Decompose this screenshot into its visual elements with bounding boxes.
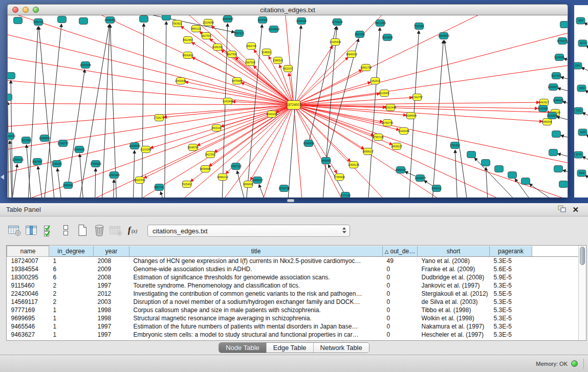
table-cell[interactable]: 2008 xyxy=(94,273,129,281)
graph-node[interactable] xyxy=(58,16,67,23)
table-cell[interactable]: 9465546 xyxy=(7,322,49,331)
graph-node[interactable]: 9227343 xyxy=(551,73,561,79)
graph-node[interactable]: 14569117 xyxy=(391,143,402,150)
graph-node[interactable] xyxy=(554,166,563,172)
table-cell[interactable]: 1997 xyxy=(94,322,129,331)
table-cell[interactable]: 0 xyxy=(383,290,418,298)
graph-node[interactable]: 9699695 xyxy=(321,158,331,164)
table-cell[interactable]: 0 xyxy=(383,281,418,290)
table-cell[interactable]: 0 xyxy=(383,322,418,331)
graph-node[interactable]: 8427552 xyxy=(205,151,215,158)
table-source-selector[interactable]: citations_edges.txt xyxy=(147,225,350,237)
float-panel-button[interactable] xyxy=(555,204,569,215)
table-cell[interactable]: Genome-wide association studies in ADHD. xyxy=(129,265,383,273)
table-cell[interactable]: 19384554 xyxy=(7,265,49,273)
graph-node[interactable]: 12505135 xyxy=(12,157,24,163)
table-cell[interactable]: 2003 xyxy=(94,298,129,306)
splitter-handle[interactable] xyxy=(287,199,294,202)
graph-node[interactable]: 12923448 xyxy=(108,172,120,179)
graph-node[interactable]: 9355724 xyxy=(33,19,43,26)
graph-node[interactable]: 2807 xyxy=(576,17,585,24)
graph-node[interactable]: 8186328 xyxy=(212,44,223,51)
graph-node[interactable]: 8813054 xyxy=(355,31,365,38)
graph-node[interactable]: 6791918 xyxy=(450,142,460,149)
graph-node[interactable]: 8215955 xyxy=(538,105,548,112)
graph-node[interactable]: 12213369 xyxy=(140,146,151,153)
table-mode-button[interactable] xyxy=(6,222,23,240)
table-cell[interactable]: 5.3E-5 xyxy=(490,306,532,314)
graph-node[interactable]: 17957225 xyxy=(230,163,242,170)
graph-node[interactable]: 9875685 xyxy=(232,78,242,84)
graph-node[interactable]: 1588520 xyxy=(273,57,283,64)
graph-node[interactable]: 2718176 xyxy=(154,115,164,121)
table-cell[interactable]: Wolkin et al. (1998) xyxy=(418,314,490,322)
graph-node[interactable]: 9146821 xyxy=(262,49,272,56)
graph-node[interactable]: 8454749 xyxy=(246,43,256,50)
graph-node[interactable] xyxy=(559,181,568,188)
table-cell[interactable]: 5.3E-5 xyxy=(490,322,532,331)
graph-node[interactable]: 23226058 xyxy=(203,19,214,26)
graph-node[interactable]: 6822057 xyxy=(283,65,293,72)
table-cell[interactable]: 18300295 xyxy=(7,273,49,281)
table-cell[interactable]: 9777169 xyxy=(7,306,49,314)
graph-node[interactable]: 12093873 xyxy=(548,84,559,91)
graph-node[interactable]: 12342757 xyxy=(411,94,423,101)
collapse-panel-arrow-icon[interactable] xyxy=(1,174,4,180)
graph-node[interactable]: 1593 xyxy=(577,85,586,92)
graph-node[interactable]: 8912954 xyxy=(183,37,193,43)
table-cell[interactable]: Changes of HCN gene expression and I(f) … xyxy=(129,257,383,265)
column-header-title[interactable]: title xyxy=(129,246,383,257)
graph-node[interactable]: 9777169 xyxy=(340,192,351,198)
graph-node[interactable]: 9465546 xyxy=(63,182,73,189)
table-row[interactable]: 911546021997Tourette syndrome. Phenomeno… xyxy=(7,281,579,290)
graph-node[interactable]: 17359929 xyxy=(90,161,101,167)
graph-node[interactable]: 9699695 xyxy=(243,181,253,188)
memory-status-dot[interactable] xyxy=(571,360,578,367)
graph-node[interactable]: 10719135 xyxy=(332,19,343,26)
graph-node[interactable] xyxy=(549,149,558,156)
graph-node[interactable]: 18300295 xyxy=(266,111,277,118)
graph-node[interactable]: 9115460 xyxy=(379,90,389,97)
select-all-button[interactable] xyxy=(40,222,57,240)
graph-node[interactable]: 16046766 xyxy=(187,144,199,151)
graph-node[interactable]: 13325419 xyxy=(330,39,341,46)
table-cell[interactable]: Nakamura et al. (1997) xyxy=(418,322,490,331)
table-cell[interactable]: 0 xyxy=(383,273,418,281)
graph-node[interactable]: 22420046 xyxy=(398,128,409,135)
table-cell[interactable]: Hescheler et al. (1997) xyxy=(418,331,490,339)
graph-node[interactable]: 1362615 xyxy=(370,78,380,84)
graph-node[interactable]: 7963822 xyxy=(172,20,182,27)
tab-edge-table[interactable]: Edge Table xyxy=(267,343,314,353)
table-cell[interactable]: 5.3E-5 xyxy=(490,298,532,306)
table-cell[interactable]: 1 xyxy=(49,257,94,265)
table-row[interactable]: 946362711997Embryonic stem cells: a mode… xyxy=(7,331,579,339)
network-window-titlebar[interactable]: citations_edges.txt xyxy=(7,4,568,15)
table-cell[interactable]: 1 xyxy=(49,314,94,322)
graph-node[interactable]: 9397587 xyxy=(32,159,42,165)
table-cell[interactable]: 1 xyxy=(49,331,94,339)
graph-node[interactable]: 1941 xyxy=(574,62,582,69)
graph-node[interactable]: 3913504 xyxy=(21,137,31,144)
graph-node[interactable]: 10653287 xyxy=(222,16,233,23)
graph-node[interactable]: 8860128 xyxy=(191,26,201,32)
graph-node[interactable]: 2803144 xyxy=(211,125,222,132)
minimize-window-icon[interactable] xyxy=(23,7,29,13)
graph-node[interactable]: 23420046 xyxy=(175,78,186,84)
graph-node[interactable]: 16782759 xyxy=(382,120,393,126)
graph-node[interactable]: 6466160 xyxy=(296,18,307,25)
table-row[interactable]: 946554611997Estimation of the future num… xyxy=(7,322,579,331)
table-cell[interactable]: 5.6E-5 xyxy=(490,265,532,273)
graph-node[interactable] xyxy=(140,16,148,23)
graph-node[interactable]: 16543812 xyxy=(182,52,193,59)
graph-node[interactable] xyxy=(560,21,569,28)
table-cell[interactable]: 1 xyxy=(49,322,94,331)
graph-node[interactable]: 14982212 xyxy=(217,174,228,181)
graph-node[interactable] xyxy=(482,160,490,166)
graph-node[interactable] xyxy=(8,94,12,101)
delete-table-button[interactable] xyxy=(107,222,124,240)
graph-node[interactable]: 12093873 xyxy=(415,175,426,182)
graph-node[interactable]: 16033809 xyxy=(268,26,279,33)
table-cell[interactable]: 14569117 xyxy=(7,298,49,306)
table-row[interactable]: 1938455462009Genome-wide association stu… xyxy=(7,265,579,273)
table-row[interactable]: 1872400712008Changes of HCN gene express… xyxy=(7,257,579,265)
